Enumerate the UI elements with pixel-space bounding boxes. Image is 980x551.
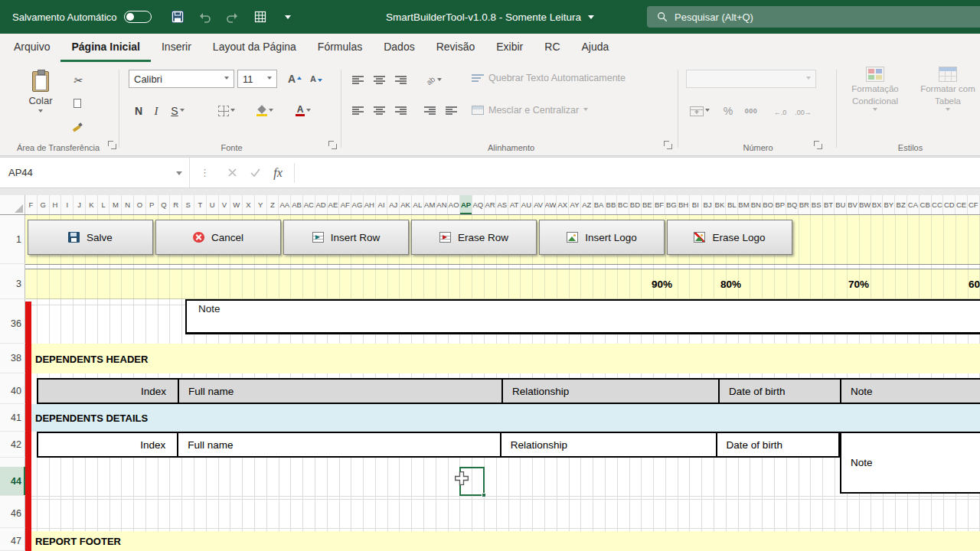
column-header-cell[interactable]: BO	[763, 195, 775, 214]
column-header-cell[interactable]: S	[182, 195, 194, 214]
column-header-cell[interactable]: AA	[279, 195, 291, 214]
autosave-switch[interactable]	[124, 11, 152, 23]
align-bottom-button[interactable]	[391, 71, 410, 90]
paste-button[interactable]: Colar	[21, 68, 60, 139]
document-title[interactable]: SmartBuilderTool-v1.0.8 - Somente Leitur…	[386, 11, 594, 23]
column-header-cell[interactable]: CD	[943, 195, 956, 214]
number-dialog-launcher[interactable]	[813, 140, 822, 149]
column-header-cell[interactable]: P	[146, 195, 158, 214]
accounting-format-button[interactable]	[686, 102, 714, 120]
dependents-details-title[interactable]: DEPENDENTS DETAILS	[35, 412, 148, 424]
column-header-cell[interactable]: CA	[907, 195, 920, 214]
detail-cell-index[interactable]: Index	[38, 433, 178, 456]
italic-button[interactable]: I	[149, 102, 164, 120]
column-header-cell[interactable]: V	[219, 195, 231, 214]
increase-indent-button[interactable]	[442, 102, 460, 120]
ribbon-tab[interactable]: Arquivo	[3, 34, 60, 62]
column-header-cell[interactable]: U	[207, 195, 219, 214]
sheet-button[interactable]: Erase Logo	[667, 220, 792, 255]
font-color-button[interactable]: A	[291, 102, 315, 120]
decrease-decimal-button[interactable]	[793, 102, 813, 120]
column-header-cell[interactable]: J	[74, 195, 86, 214]
column-header-cell[interactable]: AG	[351, 195, 364, 214]
percentage-cell[interactable]: 80%	[680, 269, 741, 298]
align-right-button[interactable]	[391, 102, 410, 120]
column-header-cell[interactable]: AJ	[387, 195, 400, 214]
column-header-cell[interactable]: BW	[859, 195, 871, 214]
font-dialog-launcher[interactable]	[328, 140, 337, 149]
column-header-cell[interactable]: BP	[774, 195, 786, 214]
row-header-cell[interactable]: 40	[0, 378, 25, 404]
row-header-cell[interactable]: 38	[0, 344, 25, 373]
underline-button[interactable]: S	[165, 102, 190, 120]
column-header-cell[interactable]: AN	[436, 195, 449, 214]
header-cell-fullname[interactable]: Full name	[179, 380, 503, 403]
orientation-button[interactable]: ab	[420, 71, 448, 90]
copy-button[interactable]	[67, 94, 87, 112]
increase-decimal-button[interactable]	[770, 102, 790, 120]
column-header-cell[interactable]: R	[170, 195, 182, 214]
column-header-cell[interactable]: BD	[629, 195, 642, 214]
sheet-button[interactable]: Insert Row	[283, 220, 409, 255]
undo-button[interactable]	[191, 5, 219, 28]
column-header-cell[interactable]: AQ	[472, 195, 485, 214]
cancel-entry-button[interactable]	[220, 162, 243, 184]
column-header-cell[interactable]: BZ	[895, 195, 907, 214]
number-format-combobox[interactable]	[686, 70, 816, 88]
column-header-cell[interactable]: BV	[847, 195, 859, 214]
column-header-cell[interactable]: AS	[496, 195, 508, 214]
column-header-cell[interactable]: CB	[920, 195, 932, 214]
decrease-indent-button[interactable]	[420, 102, 439, 120]
header-cell-note[interactable]: Note	[841, 380, 980, 403]
column-header-cell[interactable]: CF	[968, 195, 980, 214]
column-header-cell[interactable]: BY	[883, 195, 895, 214]
column-header-cell[interactable]: AL	[412, 195, 424, 214]
borders-button[interactable]	[214, 102, 239, 120]
note-cell[interactable]: Note	[185, 299, 980, 334]
column-header-cell[interactable]: BG	[665, 195, 678, 214]
conditional-formatting-button[interactable]: Formatação Condicional	[845, 67, 905, 113]
format-as-table-button[interactable]: Formatar com Tabela	[916, 67, 980, 113]
column-header-cell[interactable]: AF	[339, 195, 351, 214]
column-header-cell[interactable]: AT	[508, 195, 521, 214]
header-cell-relationship[interactable]: Relationship	[503, 380, 720, 403]
redo-button[interactable]	[219, 5, 247, 28]
row-header-cell[interactable]: 42	[0, 432, 25, 458]
column-header-cell[interactable]: AZ	[581, 195, 593, 214]
decrease-font-button[interactable]: A	[306, 70, 326, 88]
select-all-corner[interactable]	[0, 195, 25, 214]
row-header-cell[interactable]: 41	[0, 404, 25, 432]
column-header-cell[interactable]: AH	[364, 195, 376, 214]
column-header-cell[interactable]: M	[109, 195, 122, 214]
formula-input[interactable]	[299, 158, 980, 187]
column-header-cell[interactable]: BE	[642, 195, 654, 214]
ribbon-tab[interactable]: Layout da Página	[202, 34, 307, 62]
column-header-cell[interactable]: L	[98, 195, 110, 214]
detail-cell-relationship[interactable]: Relationship	[501, 433, 717, 456]
column-header-cell[interactable]: K	[86, 195, 98, 214]
column-header-cell[interactable]: X	[243, 195, 255, 214]
column-header-cell[interactable]: BU	[835, 195, 847, 214]
row-header-cell[interactable]: 44	[0, 467, 25, 496]
bold-button[interactable]: N	[130, 102, 147, 120]
column-header-cell[interactable]: BC	[617, 195, 629, 214]
row-header-cell[interactable]: 46	[0, 499, 25, 528]
column-header-cell[interactable]: N	[122, 195, 134, 214]
column-header-cell[interactable]: BX	[871, 195, 884, 214]
column-header-cell[interactable]: BT	[823, 195, 835, 214]
name-box[interactable]: AP44	[0, 158, 190, 187]
column-header-cell[interactable]: AB	[291, 195, 303, 214]
autosave-toggle[interactable]: Salvamento Automático	[0, 11, 164, 23]
percent-style-button[interactable]: %	[720, 102, 737, 120]
column-header-cell[interactable]: BB	[606, 195, 618, 214]
column-header-cell[interactable]: BA	[593, 195, 606, 214]
column-header-cell[interactable]: H	[50, 195, 62, 214]
row-header-cell[interactable]: 36	[0, 305, 25, 344]
alignment-dialog-launcher[interactable]	[663, 140, 672, 149]
report-footer-title[interactable]: REPORT FOOTER	[35, 536, 121, 547]
column-header-cell[interactable]: G	[38, 195, 50, 214]
sheet-button[interactable]: Salve	[28, 220, 153, 255]
percentage-cell[interactable]: 60	[919, 269, 980, 298]
column-header-cell[interactable]: AX	[557, 195, 569, 214]
column-header-cell[interactable]: Y	[255, 195, 267, 214]
